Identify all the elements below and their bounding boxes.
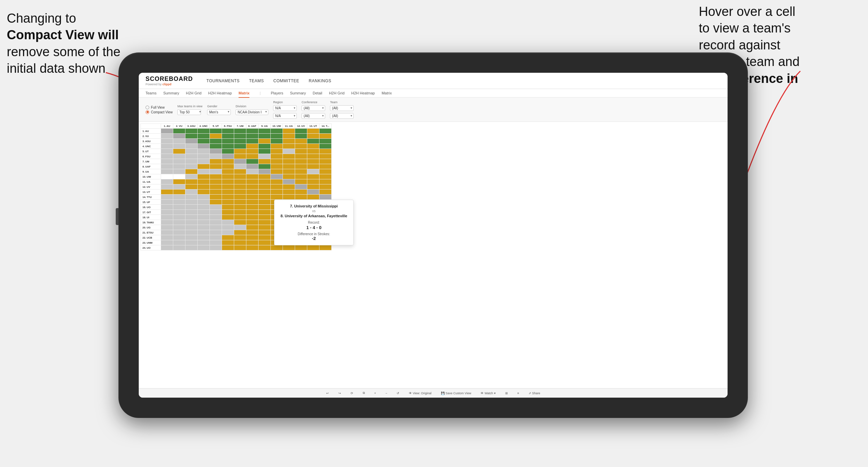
matrix-cell[interactable] [198, 149, 210, 154]
matrix-cell[interactable] [271, 174, 283, 179]
matrix-cell[interactable] [161, 134, 173, 139]
matrix-cell[interactable] [173, 235, 185, 240]
matrix-cell[interactable] [185, 154, 198, 159]
matrix-cell[interactable] [198, 225, 210, 230]
matrix-cell[interactable] [222, 134, 234, 139]
matrix-cell[interactable] [210, 235, 222, 240]
matrix-cell[interactable] [295, 139, 307, 144]
matrix-cell[interactable] [161, 179, 173, 184]
gender-select[interactable]: Men's [207, 109, 231, 115]
matrix-cell[interactable] [307, 129, 319, 134]
matrix-cell[interactable] [222, 210, 234, 215]
matrix-cell[interactable] [198, 134, 210, 139]
matrix-cell[interactable] [307, 154, 319, 159]
matrix-cell[interactable] [210, 164, 222, 169]
matrix-cell[interactable] [259, 174, 271, 179]
matrix-cell[interactable] [234, 205, 246, 210]
matrix-cell[interactable] [161, 190, 173, 195]
matrix-cell[interactable] [161, 169, 173, 174]
matrix-cell[interactable] [222, 200, 234, 205]
matrix-cell[interactable] [307, 149, 319, 154]
matrix-cell[interactable] [246, 139, 259, 144]
matrix-cell[interactable] [319, 174, 332, 179]
matrix-cell[interactable] [319, 169, 332, 174]
matrix-cell[interactable] [295, 154, 307, 159]
matrix-cell[interactable] [161, 205, 173, 210]
matrix-cell[interactable] [319, 154, 332, 159]
matrix-cell[interactable] [234, 169, 246, 174]
matrix-cell[interactable] [271, 154, 283, 159]
matrix-cell[interactable] [259, 129, 271, 134]
view-original-button[interactable]: 👁 View: Original [406, 391, 434, 396]
matrix-cell[interactable] [283, 184, 295, 190]
matrix-cell[interactable] [173, 195, 185, 200]
matrix-cell[interactable] [198, 174, 210, 179]
matrix-cell[interactable] [295, 134, 307, 139]
matrix-cell[interactable] [222, 149, 234, 154]
matrix-cell[interactable] [210, 129, 222, 134]
matrix-cell[interactable] [259, 195, 271, 200]
matrix-cell[interactable] [234, 134, 246, 139]
matrix-cell[interactable] [246, 205, 259, 210]
tab-h2h-grid[interactable]: H2H Grid [186, 91, 201, 98]
matrix-cell[interactable] [271, 179, 283, 184]
matrix-cell[interactable] [271, 169, 283, 174]
matrix-cell[interactable] [198, 210, 210, 215]
matrix-cell[interactable] [259, 134, 271, 139]
matrix-cell[interactable] [246, 134, 259, 139]
matrix-cell[interactable] [185, 225, 198, 230]
matrix-cell[interactable] [259, 205, 271, 210]
matrix-cell[interactable] [234, 195, 246, 200]
matrix-cell[interactable] [173, 184, 185, 190]
matrix-cell[interactable] [210, 225, 222, 230]
matrix-cell[interactable] [210, 205, 222, 210]
matrix-cell[interactable] [185, 215, 198, 220]
matrix-cell[interactable] [259, 235, 271, 240]
matrix-cell[interactable] [210, 245, 222, 250]
matrix-cell[interactable] [307, 174, 319, 179]
matrix-cell[interactable] [222, 164, 234, 169]
matrix-cell[interactable] [173, 225, 185, 230]
matrix-cell[interactable] [246, 174, 259, 179]
matrix-cell[interactable] [222, 184, 234, 190]
matrix-cell[interactable] [173, 164, 185, 169]
matrix-cell[interactable] [161, 144, 173, 149]
matrix-cell[interactable] [246, 245, 259, 250]
region-select-2[interactable]: N/A [273, 113, 297, 119]
matrix-cell[interactable] [161, 164, 173, 169]
matrix-cell[interactable] [185, 220, 198, 225]
matrix-cell[interactable] [307, 139, 319, 144]
matrix-cell[interactable] [319, 134, 332, 139]
matrix-cell[interactable] [307, 195, 319, 200]
matrix-cell[interactable] [185, 210, 198, 215]
matrix-cell[interactable] [307, 134, 319, 139]
matrix-cell[interactable] [210, 220, 222, 225]
matrix-cell[interactable] [198, 215, 210, 220]
matrix-cell[interactable] [307, 184, 319, 190]
matrix-cell[interactable] [198, 190, 210, 195]
matrix-cell[interactable] [246, 149, 259, 154]
matrix-cell[interactable] [271, 144, 283, 149]
matrix-cell[interactable] [307, 159, 319, 164]
matrix-cell[interactable] [246, 215, 259, 220]
matrix-cell[interactable] [246, 235, 259, 240]
matrix-cell[interactable] [234, 235, 246, 240]
matrix-cell[interactable] [234, 149, 246, 154]
matrix-cell[interactable] [210, 174, 222, 179]
conference-select-2[interactable]: (All) [302, 113, 325, 119]
zoom-in-button[interactable]: + [372, 391, 378, 396]
matrix-cell[interactable] [283, 134, 295, 139]
matrix-cell[interactable] [271, 184, 283, 190]
matrix-cell[interactable] [295, 245, 307, 250]
matrix-cell[interactable] [246, 179, 259, 184]
matrix-cell[interactable] [319, 139, 332, 144]
tab-h2h-heatmap-players[interactable]: H2H Heatmap [351, 91, 375, 98]
matrix-cell[interactable] [198, 179, 210, 184]
matrix-cell[interactable] [185, 134, 198, 139]
matrix-cell[interactable] [271, 159, 283, 164]
matrix-cell[interactable] [283, 144, 295, 149]
matrix-cell[interactable] [185, 129, 198, 134]
matrix-cell[interactable] [259, 230, 271, 235]
matrix-cell[interactable] [222, 215, 234, 220]
zoom-out-button[interactable]: − [383, 391, 390, 396]
